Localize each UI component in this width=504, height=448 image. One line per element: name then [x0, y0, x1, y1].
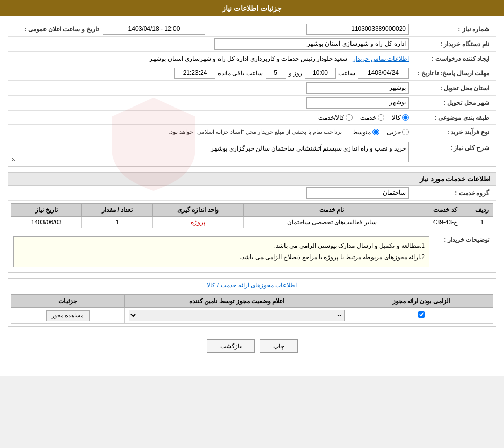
back-button[interactable]: بازگشت	[207, 339, 255, 353]
reply-remaining-display: 21:23:24	[174, 68, 215, 79]
page-header: جزئیات اطلاعات نیاز	[0, 0, 504, 16]
creator-label: ایجاد کننده درخواست :	[411, 55, 493, 62]
services-section: اطلاعات خدمات مورد نیاز گروه خدمت : ساخت…	[8, 172, 496, 273]
delivery-province-row: استان محل تحویل : بوشهر	[8, 81, 496, 96]
purchase-type-label: نوع فرآیند خرید :	[411, 129, 493, 136]
page-title: جزئیات اطلاعات نیاز	[222, 4, 282, 12]
delivery-city-display: بوشهر	[306, 97, 409, 109]
services-section-title: اطلاعات خدمات مورد نیاز	[8, 173, 496, 186]
reply-days-label: روز و	[289, 70, 302, 77]
radio-item-khadamat: خدمت	[360, 114, 384, 121]
radio-jozii[interactable]	[402, 129, 409, 135]
radio-khadamat-label: خدمت	[360, 114, 376, 121]
radio-jozii-label: جزیی	[387, 129, 401, 136]
need-number-value: 1103003389000020	[205, 24, 411, 35]
radio-item-kala: کالا	[392, 114, 409, 121]
subject-type-label: طبقه بندی موضوعی :	[411, 114, 493, 121]
buyer-notes-label: توضیحات خریدار :	[432, 233, 493, 243]
radio-motavasset-label: متوسط	[352, 129, 371, 136]
radio-kala-khadamat[interactable]	[346, 114, 353, 121]
buyer-org-row: نام دستگاه خریدار : اداره کل راه و شهرسا…	[8, 37, 496, 52]
purchase-type-row: نوع فرآیند خرید : جزیی متوسط	[8, 125, 496, 139]
radio-item-kala-khadamat: کالا/خدمت	[318, 114, 353, 121]
service-group-value: ساختمان	[11, 187, 411, 199]
need-desc-textarea[interactable]: خرید و نصب و راه اندازی سیستم آتشنشانی س…	[11, 142, 409, 162]
announcement-date-label: تاریخ و ساعت اعلان عمومی :	[11, 26, 103, 33]
perm-status-select[interactable]: --	[129, 310, 345, 321]
announcement-date-display: 1403/04/18 - 12:00	[103, 24, 205, 35]
service-qty: 1	[82, 217, 152, 228]
radio-item-motavasset: متوسط	[352, 129, 379, 136]
service-name: سایر فعالیت‌های تخصصی ساختمان	[244, 217, 420, 228]
buyer-note-item: 2.ارائه مجوزهای مربوطه مرتبط با پروژه یا…	[18, 252, 425, 263]
col-header-name: نام خدمت	[244, 204, 420, 217]
radio-khadamat[interactable]	[378, 114, 384, 121]
reply-days-display: 5	[266, 68, 286, 79]
creator-row: ایجاد کننده درخواست : اطلاعات تماس خریدا…	[8, 52, 496, 66]
reply-remaining-label: ساعت باقی مانده	[218, 70, 263, 77]
button-bar: چاپ بازگشت	[8, 332, 496, 360]
permissions-link[interactable]: اطلاعات مجوزهای ارائه خدمت / کالا	[8, 279, 496, 292]
radio-item-jozii: جزیی	[387, 129, 409, 136]
services-table: ردیف کد خدمت نام خدمت واحد اندازه گیری ت…	[11, 203, 493, 228]
service-date: 1403/06/03	[11, 217, 82, 228]
reply-deadline-label: مهلت ارسال پاسخ: تا تاریخ :	[411, 70, 493, 77]
need-desc-label: شرح کلی نیاز :	[411, 142, 493, 152]
buyer-note-item: 1.مطالعه و تکمیل و ارسال مدارک پیوستی ال…	[18, 241, 425, 252]
col-header-unit: واحد اندازه گیری	[152, 204, 243, 217]
buyer-notes-container: 1.مطالعه و تکمیل و ارسال مدارک پیوستی ال…	[11, 233, 432, 270]
radio-kala-khadamat-label: کالا/خدمت	[318, 114, 344, 121]
creator-value: اطلاعات تماس خریدار سعید جلودار رئیس خدم…	[11, 55, 411, 62]
need-number-display: 1103003389000020	[306, 24, 409, 35]
perm-col-required: الزامی بودن ارائه مجوز	[349, 295, 493, 308]
delivery-province-value: بوشهر	[11, 82, 411, 94]
permissions-table-container: الزامی بودن ارائه مجوز اعلام وضعیت مجوز …	[8, 292, 496, 326]
radio-kala[interactable]	[402, 114, 409, 121]
reply-time-display: 10:00	[305, 68, 336, 79]
perm-required-cell	[349, 308, 493, 324]
view-permit-button[interactable]: مشاهده مجوز	[46, 310, 90, 321]
perm-col-status: اعلام وضعیت مجوز توسط نامین کننده	[124, 295, 349, 308]
delivery-province-display: بوشهر	[306, 82, 409, 94]
service-unit: پروژه	[152, 217, 243, 228]
service-group-display: ساختمان	[306, 187, 409, 199]
service-row-num: 1	[471, 217, 493, 228]
service-code: ج-43-439	[420, 217, 471, 228]
col-header-row: ردیف	[471, 204, 493, 217]
delivery-province-label: استان محل تحویل :	[411, 84, 493, 92]
delivery-city-label: شهر محل تحویل :	[411, 99, 493, 106]
radio-kala-label: کالا	[392, 114, 401, 121]
need-number-row: شماره نیاز : 1103003389000020 1403/04/18…	[8, 22, 496, 37]
buyer-org-value: اداره کل راه و شهرسازی استان بوشهر	[11, 38, 411, 50]
buyer-org-label: نام دستگاه خریدار :	[411, 40, 493, 48]
svg-text:R: R	[143, 133, 163, 164]
permissions-link-text[interactable]: اطلاعات مجوزهای ارائه خدمت / کالا	[207, 282, 297, 289]
permissions-section: اطلاعات مجوزهای ارائه خدمت / کالا الزامی…	[8, 278, 496, 327]
services-table-container: ردیف کد خدمت نام خدمت واحد اندازه گیری ت…	[8, 201, 496, 231]
subject-type-row: طبقه بندی موضوعی : کالا خدمت	[8, 111, 496, 125]
buyer-notes-box: 1.مطالعه و تکمیل و ارسال مدارک پیوستی ال…	[13, 236, 429, 267]
purchase-radio-group: جزیی متوسط	[352, 129, 409, 136]
delivery-city-row: شهر محل تحویل : بوشهر	[8, 96, 496, 111]
service-group-row: گروه خدمت : ساختمان	[8, 186, 496, 201]
buyer-notes-row: توضیحات خریدار : 1.مطالعه و تکمیل و ارسا…	[8, 231, 496, 272]
print-button[interactable]: چاپ	[260, 339, 298, 353]
col-header-qty: تعداد / مقدار	[82, 204, 152, 217]
col-header-code: کد خدمت	[420, 204, 471, 217]
subject-radio-group: کالا خدمت کالا/خدمت	[11, 114, 409, 121]
perm-details-cell: مشاهده مجوز	[11, 308, 125, 324]
perm-status-cell: --	[124, 308, 349, 324]
col-header-date: تاریخ نیاز	[11, 204, 82, 217]
delivery-city-value: بوشهر	[11, 97, 411, 109]
permissions-table: الزامی بودن ارائه مجوز اعلام وضعیت مجوز …	[11, 294, 493, 324]
main-info-section: شماره نیاز : 1103003389000020 1403/04/18…	[8, 22, 496, 167]
reply-date-display: 1403/04/24	[358, 68, 409, 79]
radio-motavasset[interactable]	[372, 129, 379, 135]
reply-time-label: ساعت	[338, 70, 355, 77]
service-group-label: گروه خدمت :	[411, 189, 493, 197]
reply-deadline-row: مهلت ارسال پاسخ: تا تاریخ : 1403/04/24 س…	[8, 66, 496, 81]
buyer-org-display: اداره کل راه و شهرسازی استان بوشهر	[214, 38, 409, 50]
perm-required-checkbox[interactable]	[418, 311, 425, 318]
creator-link[interactable]: اطلاعات تماس خریدار	[353, 55, 409, 62]
table-row: 1 ج-43-439 سایر فعالیت‌های تخصصی ساختمان…	[11, 217, 493, 228]
